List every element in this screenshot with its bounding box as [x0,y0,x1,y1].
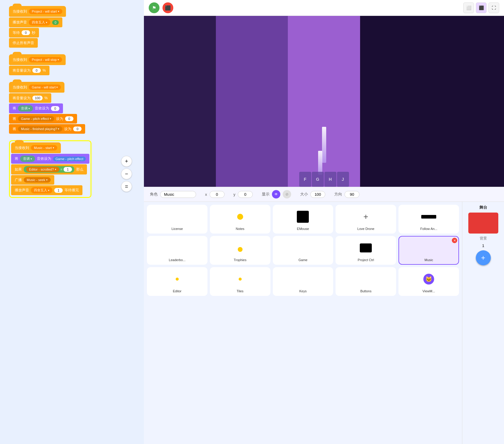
hat-dropdown-4[interactable]: Music - start [31,145,57,150]
sprite-name-project-ctrl: Project Ctrl [358,258,374,262]
set-pitch-effect-block[interactable]: 将 音调 音效设为 Game - pitch effect [11,154,89,164]
sprite-card-trophies[interactable]: Trophies [210,236,270,265]
sprite-card-emouse[interactable]: EMouse [273,205,333,234]
stage-thumbnail[interactable] [468,213,498,234]
zoom-reset-button[interactable]: = [121,181,132,192]
volume-value-2: 0 [32,68,41,73]
set-pitch-block[interactable]: 将 Game - pitch effect 设为 0 [9,114,77,124]
scrolled-dropdown[interactable]: Editor - scrolled? [26,167,59,172]
pitch-effect-value: Game - pitch effect [53,156,86,161]
green-flag-button[interactable]: ⚑ [149,2,160,13]
sprite-card-license[interactable]: License [147,205,207,234]
size-value[interactable]: 100 [310,191,325,198]
layout-btn-1[interactable]: ⬜ [463,2,474,13]
sprite-card-keys[interactable]: Keys [273,267,333,296]
sprite-delete-music[interactable]: ✕ [452,238,457,243]
hide-button[interactable]: ⊘ [283,190,291,198]
if-block[interactable]: 如果 Editor - scrolled? = 1 那么 [11,164,87,174]
sprite-card-leaderbo[interactable]: Leaderbo... [147,236,207,265]
hat-dropdown-2[interactable]: Project - will stop [29,57,62,62]
stage-sidebar: 舞台 背景 1 + [462,202,504,444]
layout-btn-2[interactable]: ⬛ [476,2,487,13]
finished-dropdown[interactable]: Music - finished playing? [18,126,62,132]
hat-block-3[interactable]: 当接收到 Game - will start [9,82,64,93]
piano-key-f[interactable]: F [299,172,311,187]
set-finished-middle: 设为 [64,127,71,132]
zoom-in-button[interactable]: + [121,156,132,167]
sprite-card-project-ctrl[interactable]: Project Ctrl [336,236,396,265]
show-button[interactable]: 👁 [272,190,280,198]
scrolled-value: 1 [64,167,72,172]
sprite-name-music: Music [425,258,433,262]
sprite-card-love-drone[interactable]: + Love Drone [336,205,396,234]
layout-btn-3[interactable]: ⛶ [488,2,499,13]
play-sound-block[interactable]: 播放声音 四舍五入 0 [9,17,62,27]
zoom-out-button[interactable]: − [121,168,132,179]
y-value[interactable]: 0 [238,191,253,198]
sprite-name-tiles: Tiles [237,289,243,293]
play-until-label: 等待播完 [64,188,79,193]
x-group: x 0 [205,191,225,198]
sprite-card-viewm[interactable]: 🐱 ViewM... [398,267,459,296]
sound-dropdown-4[interactable]: 四舍五入 [31,187,52,193]
sprite-card-editor[interactable]: Editor [147,267,207,296]
if-label: 如果 [15,167,22,172]
hat-dropdown-1[interactable]: Project - will start [29,9,62,14]
pitch-effect-dropdown1[interactable]: 音调 [20,156,35,162]
stop-button[interactable]: ⬛ [163,2,173,13]
wait-block-1[interactable]: 等待 0 秒 [9,28,39,37]
set-pitch-middle: 设为 [56,116,63,121]
hat-block-2[interactable]: 当接收到 Project - will stop [9,54,66,65]
pitch-dropdown[interactable]: Game - pitch effect [18,116,54,121]
sound-dropdown[interactable]: 四舍五入 [29,19,50,25]
stage-col-dark-right [360,16,504,187]
sprite-card-tiles[interactable]: Tiles [210,267,270,296]
sprite-name-follow-an: Follow An... [420,227,437,231]
sprite-thumb-project-ctrl [355,239,376,257]
sprite-card-music[interactable]: ✕ Music [398,236,459,265]
block-stack-2: 当接收到 Project - will stop 将音量设为 0 % [9,54,138,76]
sprite-card-buttons[interactable]: Buttons [336,267,396,296]
sprite-card-follow-an[interactable]: Follow An... [398,205,459,234]
piano-key-h[interactable]: H [324,172,336,187]
sprite-thumb-buttons [355,270,376,288]
if-condition[interactable]: Editor - scrolled? = 1 [24,166,74,173]
set-sound-effect-block[interactable]: 将 音调 音效设为 0 [9,103,63,113]
play-sound-label: 播放声音 [13,20,27,25]
add-sprite-button[interactable]: + [476,250,491,265]
bg-count: 1 [482,243,484,248]
show-label: 显示 [262,192,270,197]
sprite-name-leaderbo: Leaderbo... [169,258,186,262]
show-group: 显示 👁 ⊘ [262,190,291,198]
hat-dropdown-3[interactable]: Game - will start [29,85,61,90]
sprite-thumb-leaderbo [167,239,188,257]
sprite-name-input[interactable] [160,191,196,198]
sprite-card-notes[interactable]: Notes [210,205,270,234]
stop-all-block[interactable]: 停止所有声音 [9,38,38,48]
broadcast-dropdown[interactable]: Music - seek [24,177,51,183]
eq-label: = [61,168,62,171]
broadcast-block[interactable]: 广播 Music - seek [11,175,54,185]
direction-value[interactable]: 90 [344,191,359,198]
sound-type-dropdown[interactable]: 音调 [18,105,33,112]
piano-key-g[interactable]: G [312,172,324,187]
top-bar: ⚑ ⬛ ⬜ ⬛ ⛶ [144,0,504,16]
sprite-thumb-keys [292,270,313,288]
stop-icon: ⬛ [165,5,171,11]
pitch-effect-prefix: 将 [15,156,18,161]
block-stack-4: 当接收到 Music - start 将 音调 音效设为 Game - pitc… [9,140,138,198]
hat-block-4[interactable]: 当接收到 Music - start [11,142,61,153]
sprite-thumb-license [167,208,188,226]
hat-block-1[interactable]: 当接收到 Project - will start [9,6,66,17]
set-finished-block[interactable]: 将 Music - finished playing? 设为 0 [9,124,85,134]
sprite-thumb-notes [230,208,251,226]
set-volume-block-2[interactable]: 将音量设为 0 % [9,66,49,75]
x-value[interactable]: 0 [210,191,225,198]
stage-sidebar-label: 舞台 [479,205,487,210]
play-sound-block-4[interactable]: 播放声音 四舍五入 1 等待播完 [11,185,82,195]
sprite-name-love-drone: Love Drone [357,227,374,231]
sprite-card-game[interactable]: Game [273,236,333,265]
piano-key-j[interactable]: J [337,172,349,187]
set-pitch-prefix: 将 [13,116,16,121]
set-volume-block-3[interactable]: 将音量设为 100 % [9,93,51,103]
